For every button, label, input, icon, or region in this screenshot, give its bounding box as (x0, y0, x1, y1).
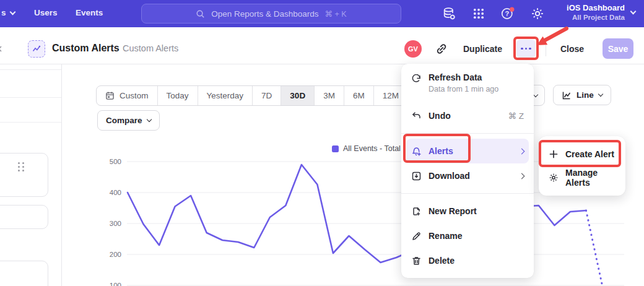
download-icon (411, 171, 422, 181)
date-range-7d[interactable]: 7D (252, 86, 281, 105)
chevron-down-icon (146, 117, 151, 122)
date-range-6m[interactable]: 6M (344, 86, 373, 105)
chevron-down-icon (598, 92, 603, 97)
data-management-icon[interactable] (442, 7, 456, 20)
sidebar-divider (0, 97, 61, 98)
notification-dot (510, 7, 514, 12)
settings-gear-icon[interactable] (531, 7, 544, 20)
project-name: iOS Dashboard (567, 2, 625, 13)
svg-text:500: 500 (110, 158, 121, 165)
apps-grid-icon[interactable] (472, 7, 485, 20)
metric-card[interactable] (0, 261, 48, 286)
nav-item-users[interactable]: Users (34, 8, 58, 17)
submenu-item-manage-alerts[interactable]: Manage Alerts (539, 166, 625, 189)
menu-item-refresh-data[interactable]: Refresh Data Data from 1 min ago (406, 69, 529, 103)
page-title: Custom Alerts (52, 40, 120, 57)
date-range-30d-selected[interactable]: 30D (281, 86, 314, 105)
app-window: s Users Events Open Reports & Dashboards… (0, 0, 644, 286)
date-range-3m[interactable]: 3M (314, 86, 344, 105)
report-type-icon (28, 40, 45, 58)
save-button[interactable]: Save (603, 38, 633, 59)
plus-icon (549, 149, 559, 159)
refresh-status-text: Data from 1 min ago (429, 85, 498, 93)
date-range-selector: Custom Today Yesterday 7D 30D 3M 6M 12M (96, 85, 408, 106)
menu-item-undo[interactable]: Undo ⌘ Z (406, 103, 529, 128)
search-icon (196, 9, 205, 19)
project-selector[interactable]: iOS Dashboard All Project Data (567, 2, 635, 22)
nav-item-events[interactable]: Events (76, 8, 103, 17)
drag-handle-icon[interactable] (18, 162, 24, 171)
menu-divider (401, 193, 534, 194)
gear-icon (549, 173, 559, 183)
alerts-submenu: Create Alert Manage Alerts (539, 136, 625, 196)
chart-type-button[interactable]: Line (553, 85, 611, 105)
project-subtitle: All Project Data (567, 13, 625, 22)
query-builder-sidebar (0, 64, 62, 286)
close-button[interactable]: Close (560, 41, 584, 57)
menu-item-rename[interactable]: Rename (406, 223, 529, 248)
metric-card[interactable] (0, 153, 48, 197)
svg-text:100: 100 (110, 282, 121, 286)
legend-swatch (332, 145, 339, 152)
copy-link-icon[interactable] (435, 43, 448, 55)
avatar[interactable]: GV (404, 40, 422, 58)
menu-item-download[interactable]: Download (406, 163, 529, 188)
menu-divider (401, 133, 534, 134)
nav-fragment-label: s (1, 8, 6, 17)
menu-item-new-report[interactable]: New Report (406, 199, 529, 223)
trash-icon (411, 256, 422, 266)
more-options-menu: Refresh Data Data from 1 min ago Undo ⌘ … (401, 64, 534, 278)
calendar-icon (105, 91, 115, 100)
refresh-icon (411, 74, 422, 85)
date-range-custom[interactable]: Custom (97, 86, 157, 105)
search-placeholder: Open Reports & Dashboards (211, 9, 318, 19)
svg-text:?: ? (505, 10, 509, 17)
help-icon[interactable]: ? (501, 7, 515, 20)
submenu-chevron-icon (519, 173, 525, 179)
date-range-today[interactable]: Today (157, 86, 198, 105)
bell-plus-icon (411, 146, 422, 157)
duplicate-button[interactable]: Duplicate (463, 41, 502, 57)
breadcrumb: Custom Alerts (123, 40, 178, 57)
legend-label: All Events - Total (343, 144, 401, 153)
svg-text:400: 400 (110, 189, 121, 196)
more-options-button[interactable] (516, 40, 536, 58)
submenu-item-create-alert[interactable]: Create Alert (539, 142, 625, 166)
menu-item-alerts[interactable]: Alerts (406, 139, 529, 163)
sidebar-divider (0, 122, 61, 123)
undo-icon (411, 111, 422, 121)
chevron-down-icon (630, 9, 637, 15)
chevron-down-icon (533, 92, 538, 97)
svg-text:300: 300 (110, 220, 121, 227)
date-range-yesterday[interactable]: Yesterday (198, 86, 253, 105)
svg-text:200: 200 (110, 251, 121, 258)
global-search-input[interactable]: Open Reports & Dashboards ⌘ + K (141, 4, 401, 24)
line-chart-type-icon (562, 90, 572, 100)
sidebar-divider (0, 69, 61, 70)
chart-legend: All Events - Total (332, 144, 401, 153)
menu-item-delete[interactable]: Delete (406, 248, 529, 273)
back-chevron-fragment[interactable] (0, 43, 3, 50)
undo-shortcut: ⌘ Z (508, 111, 524, 121)
pencil-icon (411, 231, 422, 241)
chevron-down-icon (9, 9, 15, 15)
submenu-chevron-icon (519, 148, 525, 154)
top-navigation-bar: s Users Events Open Reports & Dashboards… (0, 0, 644, 27)
metric-card[interactable] (0, 205, 48, 229)
new-report-icon (411, 206, 422, 217)
compare-button[interactable]: Compare (97, 110, 160, 131)
search-shortcut: ⌘ + K (325, 9, 347, 19)
nav-item-truncated[interactable]: s (1, 8, 15, 17)
header-divider (546, 41, 546, 56)
